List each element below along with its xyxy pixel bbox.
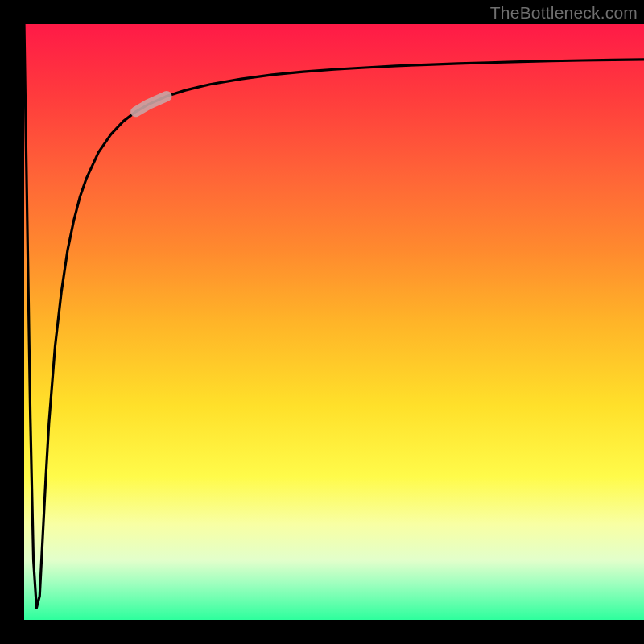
curve-layer: [24, 24, 644, 620]
chart-container: TheBottleneck.com: [0, 0, 644, 644]
bottleneck-curve: [24, 24, 644, 608]
watermark-text: TheBottleneck.com: [490, 3, 638, 23]
curve-highlight-segment: [136, 97, 167, 112]
